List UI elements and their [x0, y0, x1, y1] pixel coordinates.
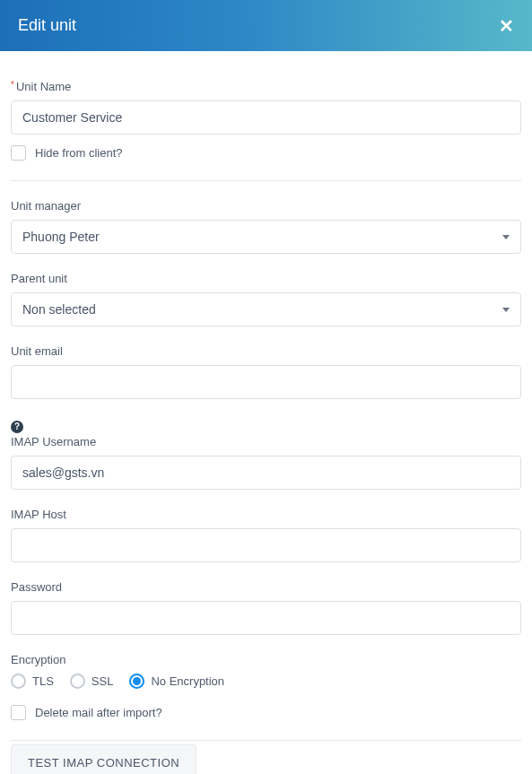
unit-manager-group: Unit manager Phuong Peter: [11, 199, 521, 254]
radio-dot-icon: [133, 677, 141, 685]
divider: [11, 740, 521, 741]
unit-manager-label: Unit manager: [11, 199, 521, 213]
form-body: *Unit Name Hide from client? Unit manage…: [0, 51, 532, 774]
radio-icon-selected: [129, 674, 144, 689]
unit-email-label: Unit email: [11, 344, 521, 358]
help-row: ?: [11, 417, 521, 435]
radio-label-tls: TLS: [32, 674, 54, 688]
password-group: Password: [11, 580, 521, 635]
imap-username-group: ? IMAP Username: [11, 417, 521, 490]
encryption-option-tls[interactable]: TLS: [11, 674, 54, 689]
unit-name-input[interactable]: [11, 100, 521, 135]
password-label: Password: [11, 580, 521, 594]
help-icon[interactable]: ?: [11, 421, 23, 433]
encryption-group: Encryption TLS SSL No Encryption: [11, 653, 521, 689]
encryption-options: TLS SSL No Encryption: [11, 674, 521, 689]
imap-host-group: IMAP Host: [11, 508, 521, 562]
hide-from-client-label: Hide from client?: [35, 146, 123, 160]
hide-from-client-checkbox[interactable]: [11, 145, 26, 161]
delete-after-import-row[interactable]: Delete mail after import?: [11, 705, 521, 720]
divider: [11, 180, 521, 181]
unit-manager-value: Phuong Peter: [22, 230, 100, 244]
parent-unit-label: Parent unit: [11, 272, 521, 285]
radio-label-ssl: SSL: [92, 674, 114, 688]
password-input[interactable]: [11, 601, 521, 635]
encryption-label: Encryption: [11, 653, 521, 666]
required-marker: *: [11, 80, 14, 90]
radio-icon: [70, 674, 85, 689]
dialog-header: Edit unit ✕: [0, 0, 532, 51]
unit-email-group: Unit email: [11, 344, 521, 399]
close-icon: ✕: [499, 16, 514, 36]
encryption-option-none[interactable]: No Encryption: [129, 674, 224, 689]
chevron-down-icon: [502, 308, 510, 312]
imap-username-label: IMAP Username: [11, 435, 521, 448]
dialog-title: Edit unit: [18, 16, 76, 35]
unit-name-label: *Unit Name: [11, 80, 521, 93]
hide-from-client-row[interactable]: Hide from client?: [11, 145, 521, 161]
parent-unit-group: Parent unit Non selected: [11, 272, 521, 326]
parent-unit-value: Non selected: [22, 302, 96, 317]
close-button[interactable]: ✕: [499, 17, 514, 35]
unit-name-group: *Unit Name: [11, 80, 521, 135]
unit-email-input[interactable]: [11, 365, 521, 399]
radio-label-none: No Encryption: [151, 674, 224, 688]
unit-manager-select[interactable]: Phuong Peter: [11, 220, 521, 254]
test-imap-button[interactable]: TEST IMAP CONNECTION: [11, 744, 196, 775]
delete-after-import-label: Delete mail after import?: [35, 706, 162, 719]
delete-after-import-checkbox[interactable]: [11, 705, 26, 720]
chevron-down-icon: [502, 235, 510, 239]
imap-username-input[interactable]: [11, 456, 521, 490]
parent-unit-select[interactable]: Non selected: [11, 292, 521, 326]
encryption-option-ssl[interactable]: SSL: [70, 674, 114, 689]
imap-host-label: IMAP Host: [11, 508, 521, 521]
radio-icon: [11, 674, 26, 689]
imap-host-input[interactable]: [11, 528, 521, 562]
